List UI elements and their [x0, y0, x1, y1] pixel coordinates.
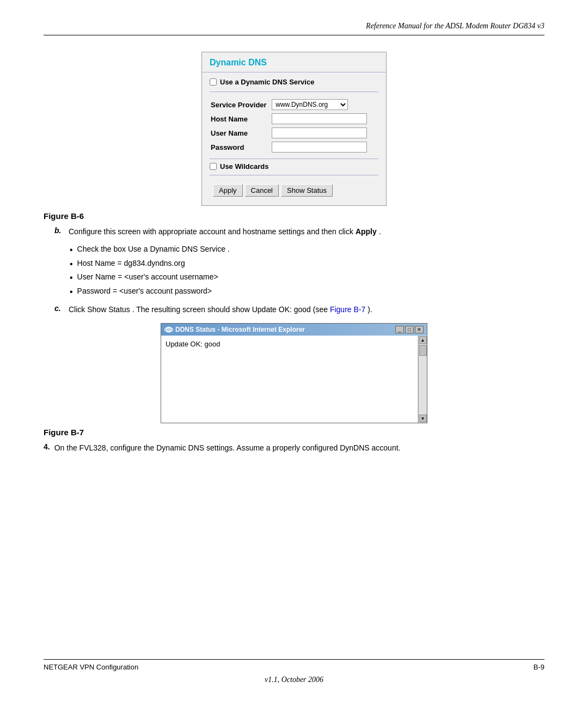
ddns-window: DDNS Status - Microsoft Internet Explore…: [161, 323, 427, 423]
close-button[interactable]: ✕: [415, 326, 424, 333]
list-item: Host Name = dg834.dyndns.org: [70, 257, 544, 271]
service-provider-select[interactable]: www.DynDNS.org: [272, 99, 348, 110]
list-item: Check the box Use a Dynamic DNS Service …: [70, 243, 544, 257]
dns-buttons-row: Apply Cancel Show Status: [210, 181, 378, 200]
apply-inline-bold: Apply: [356, 227, 377, 236]
use-service-row: Use a Dynamic DNS Service: [210, 78, 378, 92]
step-b-text: Configure this screen with appropriate a…: [69, 226, 381, 238]
cancel-button[interactable]: Cancel: [245, 184, 279, 197]
footer-main-row: NETGEAR VPN Configuration B-9: [44, 663, 544, 671]
use-wildcards-checkbox[interactable]: [210, 163, 217, 170]
ie-icon: [164, 326, 173, 333]
user-name-row: User Name: [210, 126, 378, 140]
ddns-content: Update OK: good: [161, 336, 418, 423]
dns-box: Dynamic DNS Use a Dynamic DNS Service Se…: [201, 52, 387, 206]
step-b: b. Configure this screen with appropriat…: [54, 226, 544, 238]
step-b-label: b.: [54, 226, 64, 238]
step-c-text: Click Show Status . The resulting screen…: [69, 304, 372, 315]
password-input[interactable]: [272, 142, 367, 153]
page-footer: NETGEAR VPN Configuration B-9 v1.1, Octo…: [44, 659, 544, 684]
ddns-body: Update OK: good ▲ ▼: [161, 336, 427, 423]
user-name-input[interactable]: [272, 127, 367, 138]
ddns-titlebar-text: DDNS Status - Microsoft Internet Explore…: [175, 326, 305, 333]
figure-b7-label: Figure B-7: [44, 428, 544, 437]
update-ok-text: Update OK: good: [166, 340, 220, 348]
service-provider-row: Service Provider www.DynDNS.org: [210, 98, 378, 112]
dns-fields-table: Service Provider www.DynDNS.org Host Nam…: [210, 98, 378, 154]
footer-right-text: B-9: [534, 663, 544, 671]
step-4-label: 4.: [44, 442, 50, 454]
password-label: Password: [210, 140, 271, 154]
scroll-thumb[interactable]: [419, 345, 427, 356]
step-4: 4. On the FVL328, configure the Dynamic …: [44, 442, 544, 454]
use-service-label: Use a Dynamic DNS Service: [220, 78, 314, 86]
show-status-button[interactable]: Show Status: [281, 184, 333, 197]
service-provider-label: Service Provider: [210, 98, 271, 112]
wildcards-row: Use Wildcards: [210, 162, 378, 175]
footer-left-text: NETGEAR VPN Configuration: [44, 663, 138, 671]
list-item: User Name = <user's account username>: [70, 271, 544, 285]
list-item: Password = <user's account password>: [70, 285, 544, 299]
dns-separator: [210, 159, 378, 159]
use-service-checkbox[interactable]: [210, 78, 217, 86]
use-wildcards-label: Use Wildcards: [220, 162, 268, 171]
step-4-text: On the FVL328, configure the Dynamic DNS…: [54, 442, 401, 454]
maximize-button[interactable]: □: [405, 326, 414, 333]
scroll-up-arrow[interactable]: ▲: [419, 336, 427, 344]
password-row: Password: [210, 140, 378, 154]
figure-b7-link[interactable]: Figure B-7: [330, 305, 365, 314]
header-title: Reference Manual for the ADSL Modem Rout…: [366, 22, 544, 30]
ddns-scrollbar: ▲ ▼: [418, 336, 427, 423]
footer-center-text: v1.1, October 2006: [44, 675, 544, 684]
user-name-label: User Name: [210, 126, 271, 140]
host-name-input[interactable]: [272, 113, 367, 124]
apply-button[interactable]: Apply: [213, 184, 243, 197]
step-c: c. Click Show Status . The resulting scr…: [54, 304, 544, 315]
show-status-inline-bold: Show Status: [87, 305, 130, 314]
host-name-row: Host Name: [210, 112, 378, 126]
bullet-list: Check the box Use a Dynamic DNS Service …: [70, 243, 544, 299]
page-header: Reference Manual for the ADSL Modem Rout…: [44, 22, 544, 35]
scroll-down-arrow[interactable]: ▼: [419, 415, 427, 422]
step-c-label: c.: [54, 304, 64, 315]
minimize-button[interactable]: _: [395, 326, 404, 333]
ddns-titlebar-left: DDNS Status - Microsoft Internet Explore…: [164, 326, 305, 333]
host-name-label: Host Name: [210, 112, 271, 126]
figure-b6-label: Figure B-6: [44, 211, 544, 221]
ddns-titlebar-buttons: _ □ ✕: [395, 326, 424, 333]
dns-box-title: Dynamic DNS: [202, 52, 386, 72]
ddns-titlebar: DDNS Status - Microsoft Internet Explore…: [161, 324, 427, 336]
